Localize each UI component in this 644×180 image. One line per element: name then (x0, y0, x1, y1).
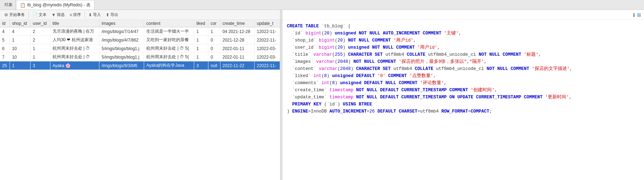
right-panel: ℹ ⊞ CREATE TABLE `tb_blog` ( `id` bigint… (283, 10, 644, 180)
text-icon: 📄 (32, 12, 38, 17)
begin-transaction-button[interactable]: ⚙ 开始事务 (2, 11, 27, 18)
cell-liked: 3 (194, 61, 208, 70)
cell-id: 5 (0, 36, 10, 44)
cell-liked: 1 (194, 36, 208, 44)
cell-cor: 0 (208, 44, 220, 53)
table-row[interactable]: 512人均30 ❤ 杭州这家港/imgs/blogs/4/7/862又吃到一家好… (0, 36, 280, 44)
export-icon: ⬆ (106, 12, 109, 17)
objects-label: 对象 (1, 0, 16, 10)
cell-images: /imgs/blogs/9/3/bf6 (99, 61, 144, 70)
cell-images: /imgs/blogs/4/7/862 (99, 36, 144, 44)
cell-shop_id: 10 (10, 53, 30, 61)
cell-title: 人均30 ❤ 杭州这家港 (50, 36, 99, 44)
cell-user_id: 2 (31, 27, 50, 36)
active-tab[interactable]: 📋 tb_blog @myredis (MyRedis) - 表 (16, 0, 94, 10)
begin-transaction-label: 开始事务 (9, 12, 25, 17)
cell-liked: 1 (194, 44, 208, 53)
cell-id: 7 (0, 53, 10, 61)
cell-title: 无尽浪漫的夜晚 | 在万 (50, 27, 99, 36)
cell-content: 生活就是一半烟火一半 (144, 27, 194, 36)
table-row[interactable]: 442无尽浪漫的夜晚 | 在万/imgs/blogs/7/14/47生活就是一半… (0, 27, 280, 36)
cell-cor: 0 (208, 53, 220, 61)
toolbar-separator-2 (84, 12, 85, 18)
col-shop-id[interactable]: shop_id (10, 20, 30, 27)
cell-images: 5/imgs/blogs/blog1.j (99, 53, 144, 61)
cell-update_t: 12022-11- (255, 27, 280, 36)
cell-content: 杭州周末好去处 | ⏱ 5( (144, 44, 194, 53)
cell-title: 杭州周末好去处 | ⏱ (50, 53, 99, 61)
table-header-row: id shop_id user_id title images content … (0, 20, 280, 27)
cell-shop_id: 1 (10, 61, 30, 70)
cell-update_t: 12022-03- (255, 44, 280, 53)
import-label: 导入 (93, 12, 101, 17)
main-area: ⚙ 开始事务 📄 文本 ▼ 筛选 ≡ 排序 ⬇ 导入 ⬆ (0, 10, 644, 180)
col-liked[interactable]: liked (194, 20, 208, 27)
cell-user_id: 1 (31, 44, 50, 53)
tab-title: tb_blog @myredis (MyRedis) - 表 (27, 2, 91, 8)
cell-user_id: 1 (31, 53, 50, 61)
cell-title: Ayaka 🌸 (50, 61, 99, 70)
table-icon: 📋 (20, 2, 26, 8)
cell-create_time: 04 2021-12-28 (220, 27, 254, 36)
cell-id: 25 (0, 61, 10, 70)
cell-images: 5/imgs/blogs/blog1.j (99, 44, 144, 53)
cell-user_id: 3 (31, 61, 50, 70)
cell-update_t: 22022-11- (255, 61, 280, 70)
cell-liked: 1 (194, 27, 208, 36)
cell-shop_id: 4 (10, 27, 30, 36)
sort-button[interactable]: ≡ 排序 (67, 11, 83, 18)
cell-content: 杭州周末好去处 | ⏱ 5( (144, 53, 194, 61)
cell-content: Ayaka的狗在学Java (144, 61, 194, 70)
info-icon[interactable]: ℹ (633, 12, 635, 18)
filter-label: 筛选 (57, 12, 65, 17)
table-row[interactable]: 2513Ayaka 🌸/imgs/blogs/9/3/bf6Ayaka的狗在学J… (0, 61, 280, 70)
col-update-t[interactable]: update_t (255, 20, 280, 27)
cell-update_t: 22022-11- (255, 36, 280, 44)
text-label: 文本 (39, 12, 47, 17)
cell-create_time: 2022-11-22 (220, 61, 254, 70)
col-id[interactable]: id (0, 20, 10, 27)
cell-user_id: 2 (31, 36, 50, 44)
transaction-icon: ⚙ (4, 12, 8, 17)
cell-cor: 0 (208, 36, 220, 44)
export-button[interactable]: ⬆ 导出 (104, 11, 120, 18)
import-button[interactable]: ⬇ 导入 (86, 11, 103, 18)
cell-content: 又吃到一家好吃的茶餐 (144, 36, 194, 44)
filter-icon: ▼ (51, 12, 56, 17)
cell-id: 4 (0, 27, 10, 36)
col-user-id[interactable]: user_id (31, 20, 50, 27)
cell-create_time: 2021-12-28 (220, 36, 254, 44)
data-table-area: id shop_id user_id title images content … (0, 20, 280, 180)
table-body: 442无尽浪漫的夜晚 | 在万/imgs/blogs/7/14/47生活就是一半… (0, 27, 280, 70)
table-row[interactable]: 6101杭州周末好去处 | ⏱5/imgs/blogs/blog1.j杭州周末好… (0, 44, 280, 53)
text-button[interactable]: 📄 文本 (30, 11, 49, 18)
toolbar-separator-1 (28, 12, 29, 18)
cell-cor: 1 (208, 27, 220, 36)
sort-icon: ≡ (70, 12, 72, 17)
filter-button[interactable]: ▼ 筛选 (49, 11, 67, 18)
cell-create_time: 2022-01-11 (220, 44, 254, 53)
sql-content: CREATE TABLE `tb_blog` ( `id` bigint(20)… (283, 20, 644, 180)
cell-shop_id: 10 (10, 44, 30, 53)
right-toolbar: ℹ ⊞ (283, 10, 644, 20)
col-cor[interactable]: cor (208, 20, 220, 27)
cell-update_t: 12022-03- (255, 53, 280, 61)
cell-cor: null (208, 61, 220, 70)
table-row[interactable]: 7101杭州周末好去处 | ⏱5/imgs/blogs/blog1.j杭州周末好… (0, 53, 280, 61)
import-icon: ⬇ (88, 12, 92, 17)
data-table: id shop_id user_id title images content … (0, 20, 280, 70)
col-create-time[interactable]: create_time (220, 20, 254, 27)
col-title[interactable]: title (50, 20, 99, 27)
export-label: 导出 (110, 12, 118, 17)
cell-create_time: 2022-01-11 (220, 53, 254, 61)
col-content[interactable]: content (144, 20, 194, 27)
col-images[interactable]: images (99, 20, 144, 27)
cell-shop_id: 1 (10, 36, 30, 44)
tab-bar: 对象 📋 tb_blog @myredis (MyRedis) - 表 (0, 0, 644, 10)
cell-images: /imgs/blogs/7/14/47 (99, 27, 144, 36)
expand-icon[interactable]: ⊞ (637, 12, 641, 18)
table-toolbar: ⚙ 开始事务 📄 文本 ▼ 筛选 ≡ 排序 ⬇ 导入 ⬆ (0, 10, 280, 20)
left-panel: ⚙ 开始事务 📄 文本 ▼ 筛选 ≡ 排序 ⬇ 导入 ⬆ (0, 10, 280, 180)
cell-title: 杭州周末好去处 | ⏱ (50, 44, 99, 53)
cell-id: 6 (0, 44, 10, 53)
